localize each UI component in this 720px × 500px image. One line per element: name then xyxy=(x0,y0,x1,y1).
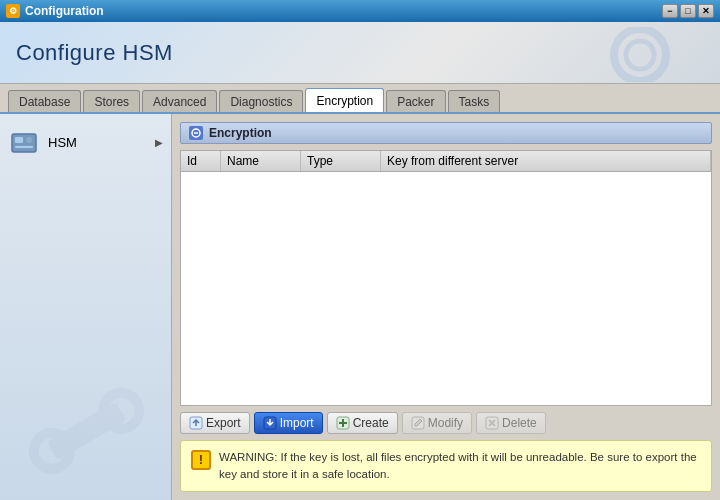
svg-rect-5 xyxy=(15,146,33,148)
warning-box: ! WARNING: If the key is lost, all files… xyxy=(180,440,712,493)
nav-tabs: Database Stores Advanced Diagnostics Enc… xyxy=(0,84,720,114)
col-header-key: Key from different server xyxy=(381,151,711,171)
tab-packer[interactable]: Packer xyxy=(386,90,445,112)
title-bar-text: Configuration xyxy=(25,4,104,18)
sidebar-bg-icon xyxy=(0,360,172,500)
export-label: Export xyxy=(206,416,241,430)
create-label: Create xyxy=(353,416,389,430)
tab-encryption[interactable]: Encryption xyxy=(305,88,384,112)
import-icon xyxy=(263,416,277,430)
table-header: Id Name Type Key from different server xyxy=(181,151,711,172)
tab-database[interactable]: Database xyxy=(8,90,81,112)
sidebar-arrow: ▶ xyxy=(155,137,163,148)
svg-rect-3 xyxy=(15,137,23,143)
import-button[interactable]: Import xyxy=(254,412,323,434)
export-icon xyxy=(189,416,203,430)
title-bar: ⚙ Configuration − □ ✕ xyxy=(0,0,720,22)
window-controls: − □ ✕ xyxy=(662,4,714,18)
sidebar-item-hsm[interactable]: HSM ▶ xyxy=(0,122,171,162)
create-button[interactable]: Create xyxy=(327,412,398,434)
warning-icon: ! xyxy=(191,450,211,470)
app-title: Configure HSM xyxy=(16,40,173,66)
create-icon xyxy=(336,416,350,430)
col-header-type: Type xyxy=(301,151,381,171)
col-header-name: Name xyxy=(221,151,301,171)
warning-text: WARNING: If the key is lost, all files e… xyxy=(219,449,701,484)
content-area: HSM ▶ xyxy=(0,114,720,500)
panel-header-icon xyxy=(189,126,203,140)
modify-button[interactable]: Modify xyxy=(402,412,472,434)
tab-stores[interactable]: Stores xyxy=(83,90,140,112)
minimize-button[interactable]: − xyxy=(662,4,678,18)
import-label: Import xyxy=(280,416,314,430)
col-header-id: Id xyxy=(181,151,221,171)
svg-point-1 xyxy=(626,41,654,69)
hsm-icon xyxy=(8,126,40,158)
export-button[interactable]: Export xyxy=(180,412,250,434)
delete-icon xyxy=(485,416,499,430)
tab-tasks[interactable]: Tasks xyxy=(448,90,501,112)
app-header: Configure HSM xyxy=(0,22,720,84)
delete-label: Delete xyxy=(502,416,537,430)
sidebar-hsm-label: HSM xyxy=(48,135,77,150)
close-button[interactable]: ✕ xyxy=(698,4,714,18)
svg-point-0 xyxy=(614,29,666,81)
panel-header: Encryption xyxy=(180,122,712,144)
main-window: Configure HSM Database Stores Advanced D… xyxy=(0,22,720,500)
panel-title: Encryption xyxy=(209,126,272,140)
tab-advanced[interactable]: Advanced xyxy=(142,90,217,112)
table-body xyxy=(181,172,711,402)
svg-rect-2 xyxy=(12,134,36,152)
action-bar: Export Import xyxy=(180,412,712,434)
maximize-button[interactable]: □ xyxy=(680,4,696,18)
main-panel: Encryption Id Name Type Key from differe… xyxy=(172,114,720,500)
modify-label: Modify xyxy=(428,416,463,430)
sidebar: HSM ▶ xyxy=(0,114,172,500)
svg-point-4 xyxy=(26,137,32,143)
modify-icon xyxy=(411,416,425,430)
tab-diagnostics[interactable]: Diagnostics xyxy=(219,90,303,112)
header-bg-decoration xyxy=(580,27,700,82)
app-icon: ⚙ xyxy=(6,4,20,18)
delete-button[interactable]: Delete xyxy=(476,412,546,434)
encryption-table: Id Name Type Key from different server xyxy=(180,150,712,406)
